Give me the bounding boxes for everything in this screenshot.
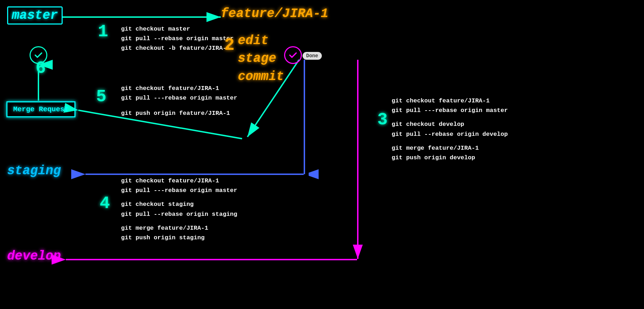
step-6-number: 6 <box>36 59 46 78</box>
step-1-number: 1 <box>98 22 108 41</box>
step-4-cmd-6: git push origin staging <box>121 233 237 243</box>
step-5-cmd-1: git checkout feature/JIRA-1 <box>121 84 237 93</box>
step-3-number: 3 <box>377 110 388 129</box>
step-5-cmd-2: git pull ---rebase origin master <box>121 93 237 103</box>
step-3-cmd-4: git pull --rebase origin develop <box>392 129 508 139</box>
edit-stage-commit-label: edit stage commit <box>238 32 284 86</box>
step-5-commands: git checkout feature/JIRA-1 git pull ---… <box>121 84 237 118</box>
step-4-cmd-1: git checkout feature/JIRA-1 <box>121 176 237 186</box>
step-4-cmd-3: git checkout staging <box>121 199 237 209</box>
branch-label-master: master <box>7 6 63 25</box>
branch-label-staging: staging <box>7 164 61 178</box>
step-1-commands: git checkout master git pull --rebase or… <box>121 24 234 53</box>
step-3-cmd-5: git merge feature/JIRA-1 <box>392 143 508 153</box>
done-badge: Done <box>303 52 322 60</box>
branch-label-develop: develop <box>7 249 61 263</box>
branch-label-feature: feature/JIRA-1 <box>221 6 328 21</box>
step-2-number: 2 <box>224 36 235 55</box>
merge-request-box[interactable]: Merge Request <box>6 101 75 117</box>
step-3-commands: git checkout feature/JIRA-1 git pull ---… <box>392 96 508 163</box>
step-1-cmd-1: git checkout master git pull --rebase or… <box>121 24 234 53</box>
step-4-cmd-4: git pull --rebase origin staging <box>121 209 237 219</box>
step-3-cmd-1: git checkout feature/JIRA-1 <box>392 96 508 106</box>
step-4-cmd-2: git pull ---rebase origin master <box>121 186 237 195</box>
step-3-cmd-6: git push origin develop <box>392 153 508 163</box>
step-5-cmd-4: git push origin feature/JIRA-1 <box>121 108 237 118</box>
step-3-cmd-3: git checkout develop <box>392 119 508 129</box>
step-3-cmd-2: git pull ---rebase origin master <box>392 106 508 115</box>
done-check-circle <box>284 46 302 64</box>
step-4-cmd-5: git merge feature/JIRA-1 <box>121 223 237 233</box>
step-4-number: 4 <box>100 194 110 213</box>
step-4-commands: git checkout feature/JIRA-1 git pull ---… <box>121 176 237 243</box>
step-5-number: 5 <box>96 87 106 106</box>
